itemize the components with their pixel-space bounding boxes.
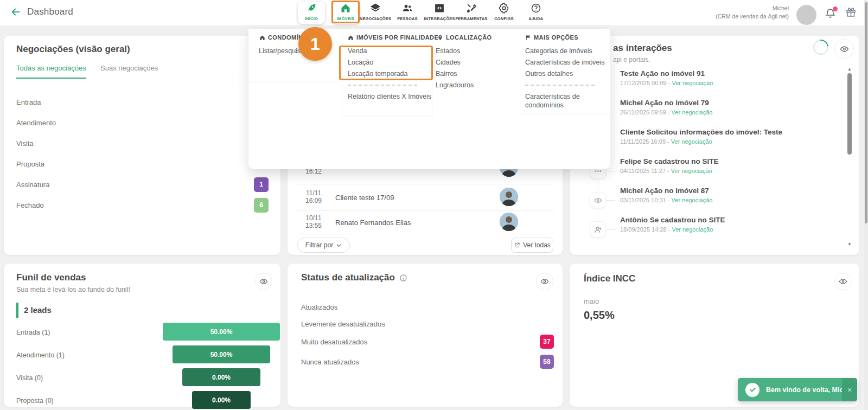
interaction-title: Cliente Solicitou informações do imóvel:…	[620, 128, 782, 136]
info-icon[interactable]	[399, 274, 407, 282]
help-icon	[520, 3, 552, 15]
menu-item-bairros[interactable]: Bairros	[436, 70, 457, 78]
tab-all-negotiations[interactable]: Todas as negociações	[16, 64, 86, 79]
incc-month: maio	[584, 297, 599, 305]
annotation-step-badge: 1	[298, 27, 332, 61]
menu-item-logradouros[interactable]: Logradouros	[436, 81, 474, 89]
person-plus-icon	[590, 221, 606, 238]
nav-item-integracoes[interactable]: INTEGRAÇÕES	[423, 1, 456, 25]
menu-item-relatorio-clientes-imoveis[interactable]: Relatório clientes X Imóveis	[348, 93, 431, 100]
gift-icon[interactable]	[845, 7, 858, 20]
interaction-meta: 18/09/2025 14:28 - Ver negociação	[620, 226, 713, 233]
interactions-card-title: as interações	[613, 43, 672, 54]
code-box-icon	[423, 3, 456, 15]
funnel-stage-label: Visita (0)	[16, 374, 43, 382]
user-avatar[interactable]	[796, 5, 816, 25]
funnel-bar-proposta: 0.00%	[192, 391, 251, 409]
menu-item-caracteristicas-imoveis[interactable]: Características de imóveis	[525, 59, 605, 66]
view-negotiation-link[interactable]: Ver negociação	[672, 197, 713, 203]
menu-item-categorias-imoveis[interactable]: Categorias de imóveis	[525, 47, 592, 55]
task-row-title[interactable]: Renato Fernandos Elias	[335, 219, 411, 227]
eye-toggle-button[interactable]	[536, 273, 553, 290]
status-card-title: Status de atualização	[301, 272, 395, 283]
status-row-levemente: Levemente desatualizados	[301, 320, 385, 328]
interaction-meta: 03/11/2025 10:31 - Ver negociação	[620, 197, 712, 203]
interaction-title: Michel Ação no imóvel 79	[620, 99, 709, 107]
nav-item-imoveis[interactable]: IMÓVEIS	[329, 1, 362, 25]
menu-item-outros-detalhes[interactable]: Outros detalhes	[525, 70, 573, 78]
menu-divider	[520, 114, 610, 114]
view-all-button[interactable]: Ver todas	[511, 238, 553, 253]
menu-item-cidades[interactable]: Cidades	[436, 59, 461, 66]
toast-close-button[interactable]: ×	[842, 378, 857, 401]
eye-toggle-button[interactable]	[255, 273, 272, 290]
nav-item-negociacoes[interactable]: NEGOCIAÇÕES	[359, 1, 392, 25]
view-negotiation-link[interactable]: Ver negociação	[672, 109, 713, 116]
nav-item-inicio[interactable]: INÍCIO	[295, 1, 328, 25]
nav-item-pessoas[interactable]: PESSOAS	[391, 1, 424, 25]
nav-item-ferramentas[interactable]: FERRAMENTAS	[455, 1, 488, 25]
launch-icon	[295, 3, 328, 15]
menu-divider	[432, 33, 432, 117]
funnel-stage-label: Proposta (0)	[16, 397, 54, 405]
loading-spinner	[810, 36, 831, 57]
menu-item-venda[interactable]: Venda	[348, 47, 367, 55]
view-negotiation-link[interactable]: Ver negociação	[671, 168, 712, 174]
interaction-meta: 11/11/2025 16:09 - Ver negociação	[620, 138, 712, 145]
chevron-down-icon	[336, 242, 342, 248]
page-title: Dashboard	[27, 7, 73, 17]
inner-scrollbar[interactable]	[847, 73, 852, 155]
check-icon	[745, 383, 760, 397]
menu-section-localizacao: LOCALIZAÇÃO	[437, 34, 492, 41]
funnel-card: Funil de vendas Sua meta é levá-los ao f…	[4, 264, 280, 407]
status-row-muito: Muito desatualizados	[301, 338, 367, 346]
negotiations-card-title: Negociações (visão geral)	[16, 44, 130, 55]
flag-icon	[525, 35, 531, 41]
menu-item-locacao[interactable]: Locação	[348, 59, 373, 66]
negotiations-tabs: Todas as negociações Suas negociações	[4, 64, 280, 80]
dashed-divider	[348, 85, 417, 86]
menu-section-imoveis-por-finalidade: IMÓVEIS POR FINALIDADE	[348, 34, 438, 41]
eye-toggle-button[interactable]	[834, 39, 854, 59]
task-row-title[interactable]: Cliente teste 17/09	[335, 194, 394, 202]
funnel-stage-label: Entrada (1)	[16, 329, 50, 336]
gear-icon	[488, 3, 520, 15]
filter-button[interactable]: Filtrar por	[297, 238, 350, 253]
task-row-date: 10/1113:55	[305, 214, 322, 229]
menu-item-caracteristicas-condominios[interactable]: Características de condomínios	[525, 93, 596, 110]
interaction-meta: 26/11/2025 09:59 - Ver negociação	[620, 109, 712, 116]
nav-item-ajuda[interactable]: AJUDA	[520, 1, 552, 25]
funnel-card-title: Funil de vendas	[16, 272, 86, 283]
menu-item-locacao-temporada[interactable]: Locação temporada	[348, 70, 408, 78]
nav-item-configs[interactable]: CONFIGS	[488, 1, 520, 25]
page-scrollbar[interactable]	[864, 0, 868, 410]
menu-section-mais-opcoes: MAIS OPÇÕES	[525, 34, 578, 41]
view-negotiation-link[interactable]: Ver negociação	[671, 138, 712, 145]
avatar	[500, 213, 518, 231]
menu-item-estados[interactable]: Estados	[436, 47, 460, 55]
status-count-badge: 37	[540, 335, 554, 349]
funnel-bar-entrada: 50.00%	[163, 323, 280, 341]
interaction-meta: 17/12/2025 00:09 - Ver negociação	[620, 80, 713, 86]
avatar	[500, 188, 518, 206]
stage-count-badge: 6	[254, 198, 269, 213]
scroll-up-arrow[interactable]: ▲	[847, 67, 852, 72]
house-icon	[259, 35, 265, 41]
funnel-card-subtitle: Sua meta é levá-los ao fundo do funil!	[16, 286, 130, 293]
view-negotiation-link[interactable]: Ver negociação	[672, 226, 713, 233]
funnel-stage-label: Atendimento (1)	[16, 351, 65, 359]
eye-toggle-button[interactable]	[834, 273, 852, 290]
timeline-tick	[607, 171, 615, 171]
app-header: Dashboard INÍCIO IMÓVEIS NEGOCIAÇÕES PES…	[0, 0, 868, 26]
leads-count: 2 leads	[16, 303, 52, 318]
interactions-card: as interações api e portais. Teste Ação …	[570, 36, 859, 255]
toast-message: Bem vindo de volta, Michel	[766, 386, 853, 394]
external-link-icon	[514, 242, 520, 248]
back-arrow-icon[interactable]	[10, 6, 22, 18]
notification-dot	[833, 7, 838, 11]
page-scrollbar-thumb[interactable]	[865, 2, 867, 223]
view-negotiation-link[interactable]: Ver negociação	[672, 80, 713, 86]
scroll-down-arrow[interactable]: ▼	[847, 242, 852, 247]
tab-your-negotiations[interactable]: Suas negociações	[100, 64, 158, 78]
notifications-bell-icon[interactable]	[825, 8, 838, 21]
